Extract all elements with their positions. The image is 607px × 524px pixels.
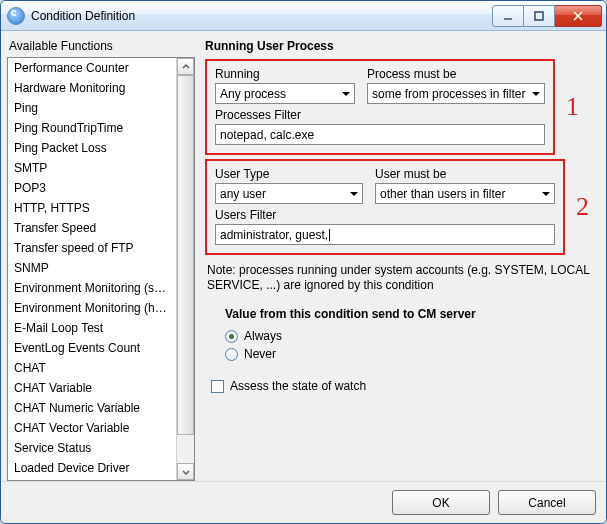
- left-column: Available Functions Performance CounterH…: [7, 37, 195, 481]
- available-functions-label: Available Functions: [7, 37, 195, 57]
- ok-label: OK: [432, 496, 449, 510]
- usertype-value: any user: [220, 187, 266, 201]
- usersfilter-label: Users Filter: [215, 208, 555, 222]
- assess-row[interactable]: Assess the state of watch: [205, 377, 600, 395]
- usertype-label: User Type: [215, 167, 363, 181]
- svg-rect-1: [535, 12, 543, 20]
- list-item[interactable]: Transfer Speed: [8, 218, 176, 238]
- running-combo[interactable]: Any process: [215, 83, 355, 104]
- form-area: 1 Running Any process Process must be: [205, 59, 600, 481]
- radio-never-label: Never: [244, 347, 276, 361]
- list-item[interactable]: Hardware Monitoring: [8, 78, 176, 98]
- assess-label: Assess the state of watch: [230, 379, 366, 393]
- list-item[interactable]: Environment Monitoring (snmp): [8, 278, 176, 298]
- main-row: Available Functions Performance CounterH…: [1, 31, 606, 481]
- radio-always[interactable]: [225, 330, 238, 343]
- list-item[interactable]: E-Mail Loop Test: [8, 318, 176, 338]
- procfilter-input[interactable]: notepad, calc.exe: [215, 124, 545, 145]
- cancel-label: Cancel: [528, 496, 565, 510]
- note-text: Note: processes running under system acc…: [205, 259, 600, 301]
- radio-never-row[interactable]: Never: [205, 345, 600, 363]
- usersfilter-input[interactable]: administrator, guest,: [215, 224, 555, 245]
- process-group: 1 Running Any process Process must be: [205, 59, 555, 155]
- radio-always-row[interactable]: Always: [205, 327, 600, 345]
- list-item[interactable]: Environment Monitoring (http): [8, 298, 176, 318]
- group-marker-2: 2: [576, 192, 589, 222]
- list-item[interactable]: Ping RoundTripTime: [8, 118, 176, 138]
- processmust-value: some from processes in filter: [372, 87, 525, 101]
- cancel-button[interactable]: Cancel: [498, 490, 596, 515]
- processmust-label: Process must be: [367, 67, 545, 81]
- list-item[interactable]: EventLog Events Count: [8, 338, 176, 358]
- ok-button[interactable]: OK: [392, 490, 490, 515]
- client-area: Available Functions Performance CounterH…: [1, 31, 606, 523]
- procfilter-field: Processes Filter notepad, calc.exe: [215, 108, 545, 145]
- procfilter-value: notepad, calc.exe: [220, 128, 314, 142]
- usermust-value: other than users in filter: [380, 187, 505, 201]
- list-item[interactable]: CHAT Numeric Variable: [8, 398, 176, 418]
- minimize-button[interactable]: [492, 5, 524, 27]
- chevron-down-icon: [527, 84, 544, 103]
- list-item[interactable]: SMTP: [8, 158, 176, 178]
- scroll-up-button[interactable]: [177, 58, 194, 75]
- list-item[interactable]: CHAT Vector Variable: [8, 418, 176, 438]
- process-row1: Running Any process Process must be some…: [215, 67, 545, 104]
- list-item[interactable]: Performance Counter: [8, 58, 176, 78]
- usersfilter-field: Users Filter administrator, guest,: [215, 208, 555, 245]
- list-item[interactable]: CHAT: [8, 358, 176, 378]
- running-label: Running: [215, 67, 355, 81]
- panel-title: Running User Process: [205, 37, 600, 59]
- list-item[interactable]: Transfer speed of FTP: [8, 238, 176, 258]
- maximize-button[interactable]: [524, 5, 555, 27]
- close-button[interactable]: [555, 5, 602, 27]
- usermust-label: User must be: [375, 167, 555, 181]
- processmust-combo[interactable]: some from processes in filter: [367, 83, 545, 104]
- dialog-footer: OK Cancel: [1, 481, 606, 523]
- group-marker-1: 1: [566, 92, 579, 122]
- user-row1: User Type any user User must be other th…: [215, 167, 555, 204]
- dialog-window: Condition Definition Available Functions…: [0, 0, 607, 524]
- usertype-field: User Type any user: [215, 167, 363, 204]
- right-column: Running User Process 1 Running Any proce…: [195, 37, 600, 481]
- running-value: Any process: [220, 87, 286, 101]
- chevron-down-icon: [345, 184, 362, 203]
- list-item[interactable]: HTTP, HTTPS: [8, 198, 176, 218]
- radio-never[interactable]: [225, 348, 238, 361]
- assess-checkbox[interactable]: [211, 380, 224, 393]
- scroll-down-button[interactable]: [177, 463, 194, 480]
- user-group: 2 User Type any user User must be: [205, 159, 565, 255]
- procfilter-label: Processes Filter: [215, 108, 545, 122]
- functions-list[interactable]: Performance CounterHardware MonitoringPi…: [8, 58, 176, 480]
- list-item[interactable]: POP3: [8, 178, 176, 198]
- list-item[interactable]: Running Process: [8, 478, 176, 480]
- app-icon: [7, 7, 25, 25]
- list-item[interactable]: Ping: [8, 98, 176, 118]
- usertype-combo[interactable]: any user: [215, 183, 363, 204]
- usersfilter-value: administrator, guest,: [220, 228, 328, 242]
- list-item[interactable]: Ping Packet Loss: [8, 138, 176, 158]
- functions-listbox[interactable]: Performance CounterHardware MonitoringPi…: [7, 57, 195, 481]
- titlebar: Condition Definition: [1, 1, 606, 31]
- usermust-field: User must be other than users in filter: [375, 167, 555, 204]
- list-item[interactable]: Loaded Device Driver: [8, 458, 176, 478]
- running-field: Running Any process: [215, 67, 355, 104]
- list-item[interactable]: Service Status: [8, 438, 176, 458]
- scroll-thumb[interactable]: [177, 75, 194, 435]
- processmust-field: Process must be some from processes in f…: [367, 67, 545, 104]
- list-item[interactable]: CHAT Variable: [8, 378, 176, 398]
- window-title: Condition Definition: [31, 9, 492, 23]
- chevron-down-icon: [337, 84, 354, 103]
- list-item[interactable]: SNMP: [8, 258, 176, 278]
- chevron-down-icon: [537, 184, 554, 203]
- radio-always-label: Always: [244, 329, 282, 343]
- value-section-title: Value from this condition send to CM ser…: [205, 301, 600, 327]
- usermust-combo[interactable]: other than users in filter: [375, 183, 555, 204]
- window-controls: [492, 5, 602, 27]
- listbox-scrollbar[interactable]: [176, 58, 194, 480]
